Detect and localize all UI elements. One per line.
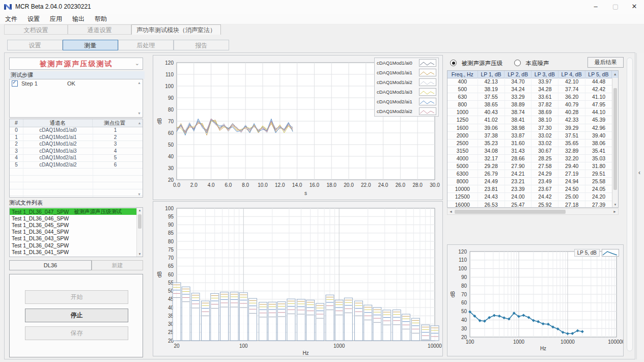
list-item[interactable]: Test 1_DL36_047_SPW被测声源声压级测试 [10,208,136,215]
right-scroll-strip[interactable] [627,58,633,351]
table-row[interactable]: 100040.4338.7438.6940.2844.10 [447,108,612,116]
result-table[interactable]: Freq., HzLP 1, dBLP 2, dBLP 3, dBLP 4, d… [447,70,619,208]
table-row[interactable]: 5cDAQ1Mod2/ai26 [10,162,143,169]
svg-text:20.0: 20.0 [344,182,354,188]
chevron-down-icon[interactable]: ⌄ [135,60,139,67]
svg-text:90: 90 [461,274,467,280]
result-col-header[interactable]: Freq., Hz [447,71,478,78]
table-row[interactable]: 63037.5533.2933.6136.2041.10 [447,93,612,101]
table-row[interactable]: 1250024.4324.0024.4225.0024.20 [447,193,612,201]
menu-item-1[interactable]: 设置 [22,14,45,24]
collapse-left-icon[interactable]: ‹ [638,169,640,176]
scroll-thumb[interactable] [138,214,142,229]
list-item[interactable]: Test 1_DL36_043_SPW [10,235,136,242]
radio-background-noise[interactable]: 本底噪声 [514,58,549,67]
radio-off-icon[interactable] [514,60,521,66]
table-row[interactable]: 800024.4923.2123.4924.9425.58 [447,178,612,185]
svg-text:50: 50 [168,142,174,148]
table-row[interactable]: 2cDAQ1Mod1/ai23 [10,141,143,148]
dl36-button[interactable]: DL36 [9,260,92,270]
scroll-down-icon[interactable]: ▼ [612,203,618,206]
table-row[interactable]: 0cDAQ1Mod1/ai01 [10,127,143,134]
start-button[interactable]: 开始 [25,290,128,304]
scroll-down-icon[interactable]: ▼ [137,192,141,196]
scroll-down-icon[interactable]: ▼ [137,112,141,116]
steps-listbox[interactable]: Step 1 OK ▲ ▼ [9,79,143,118]
close-icon[interactable]: ✕ [626,0,643,13]
table-row[interactable]: 3cDAQ1Mod1/ai34 [10,148,143,155]
main-tab-1[interactable]: 通道设置 [68,24,131,35]
table-row[interactable] [10,182,143,189]
sub-tab-1[interactable]: 测量 [63,40,118,50]
scroll-down-icon[interactable]: ▼ [137,253,143,256]
menu-item-3[interactable]: 输出 [67,14,90,24]
save-button[interactable]: 保存 [25,326,128,340]
menu-item-0[interactable]: 文件 [0,14,22,24]
table-row[interactable] [10,196,143,198]
stop-button[interactable]: 停止 [25,309,128,322]
maximize-icon[interactable]: ▢ [607,0,624,13]
table-row[interactable]: 80038.6538.8937.8240.7947.95 [447,101,612,108]
table-row[interactable]: 400032.1728.6628.2532.2035.03 [447,155,612,162]
minimize-icon[interactable]: – [587,0,604,13]
menu-item-2[interactable]: 应用 [45,14,67,24]
result-col-header[interactable]: LP 2, dB [505,71,531,78]
result-col-header[interactable]: LP 5, dB [585,71,612,78]
list-item[interactable]: Test 1_DL36_041_SPW [10,248,136,255]
new-button[interactable]: 新建 [92,260,143,270]
list-item[interactable]: Test 1_DL36_042_SPW [10,242,136,248]
test-file-list[interactable]: Test 1_DL36_047_SPW被测声源声压级测试Test 1_DL36_… [9,207,143,257]
table-row[interactable]: 1600026.5325.4725.9227.1827.39 [447,201,612,208]
list-item[interactable]: Test 1_DL36_045_SPW [10,221,136,228]
scroll-thumb[interactable] [613,88,617,190]
radio-source[interactable]: 被测声源声压级 [450,58,502,67]
table-row[interactable]: 1cDAQ1Mod1/ai12 [10,134,143,142]
final-result-button[interactable]: 最后结果 [587,57,624,68]
scroll-left-icon[interactable]: ◄ [449,210,453,213]
main-tab-0[interactable]: 文档设置 [4,24,68,35]
radio-on-icon[interactable] [450,60,457,66]
table-row[interactable]: 315034.0831.4330.6732.8935.41 [447,147,612,155]
table-row[interactable]: 500029.2827.9027.5829.4031.80 [447,162,612,170]
result-col-header[interactable]: LP 4, dB [558,71,585,78]
collapse-splitter[interactable]: ‹ [636,53,643,359]
result-table-hscrollbar[interactable]: ◄ ► [447,208,619,215]
table-row[interactable]: 40042.1334.7033.9742.1044.48 [447,78,612,86]
result-table-vscrollbar[interactable]: ▼ [612,78,618,207]
table-row[interactable]: 160039.0638.9837.3039.2942.96 [447,124,612,132]
hscroll-thumb[interactable] [455,210,566,214]
file-list-scrollbar[interactable]: ▲▼ [136,208,143,257]
channel-table[interactable]: #通道名测点位置▲0cDAQ1Mod1/ai011cDAQ1Mod1/ai122… [9,119,143,198]
step-name[interactable]: Step 1 [21,80,67,87]
table-row[interactable] [10,189,143,197]
legend-label: cDAQ1Mod1/ai0 [377,60,419,66]
scroll-up-icon[interactable]: ▲ [136,119,143,127]
sub-tab-3[interactable]: 报告 [174,40,229,50]
sub-tab-2[interactable]: 后处理 [118,40,174,50]
step-checkbox[interactable] [12,80,18,87]
svg-text:10000: 10000 [561,339,575,345]
list-item[interactable]: Test 1_DL36_044_SPW [10,229,136,235]
test-type-combobox[interactable]: 被测声源声压级测试 ⌄ [9,58,143,70]
menu-item-4[interactable]: 帮助 [90,14,112,24]
scroll-up-icon[interactable]: ▲ [137,81,141,85]
result-col-header[interactable]: LP 3, dB [531,71,558,78]
result-col-header[interactable]: LP 1, dB [478,71,505,78]
table-row[interactable]: 4cDAQ1Mod2/ai15 [10,155,143,162]
sub-tab-0[interactable]: 设置 [7,40,63,50]
svg-text:20: 20 [174,343,180,349]
list-item[interactable]: Test 1_DL36_046_SPW [10,215,136,221]
table-row[interactable]: 125041.0238.4138.1042.3345.39 [447,116,612,124]
scroll-up-icon[interactable]: ▲ [137,209,143,212]
main-tab-2[interactable]: 声功率测试模块（消声室法） [131,24,221,35]
table-row[interactable]: 1000023.8123.3923.6724.5024.05 [447,185,612,193]
table-row[interactable]: 50038.1934.2434.2837.7442.42 [447,86,612,93]
table-row[interactable]: 200037.3833.8733.0237.5139.40 [447,132,612,140]
table-row[interactable]: 250035.2331.6033.0235.6538.06 [447,140,612,147]
channel-col-header: 测点位置 [93,119,136,127]
scroll-right-icon[interactable]: ► [613,210,617,213]
scroll-up-icon[interactable]: ▲ [612,71,618,78]
table-row[interactable] [10,176,143,183]
table-row[interactable] [10,169,143,176]
table-row[interactable]: 630026.7924.2124.2927.1929.51 [447,170,612,178]
